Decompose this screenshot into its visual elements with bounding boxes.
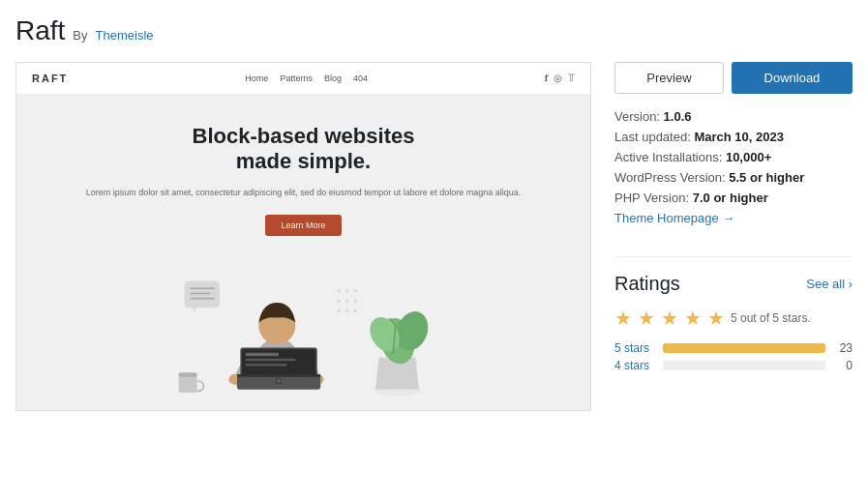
svg-point-10 [345, 300, 348, 303]
rating-bar-row-5: 5 stars 23 [614, 341, 853, 355]
version-row: Version: 1.0.6 [614, 109, 853, 124]
mini-nav-links: Home Patterns Blog 404 [245, 73, 368, 83]
page-header: Raft By Themeisle [15, 15, 853, 46]
svg-rect-23 [179, 373, 197, 377]
star-5: ★ [707, 307, 725, 330]
ratings-divider [614, 256, 853, 257]
hero-body-text: Lorem ipsum dolor sit amet, consectetur … [75, 187, 532, 200]
svg-point-9 [337, 300, 340, 303]
version-label: Version: [614, 109, 660, 124]
author-link[interactable]: Themeisle [96, 28, 154, 43]
right-panel: Preview Download Version: 1.0.6 Last upd… [614, 62, 853, 411]
mini-nav-logo: RAFT [32, 73, 68, 84]
mini-nav-link-404: 404 [353, 73, 368, 83]
hero-learn-more-button[interactable]: Learn More [265, 215, 341, 236]
by-label: By [73, 28, 87, 43]
php-version-label: PHP Version: [614, 191, 689, 205]
rating-4-stars-track [663, 361, 825, 370]
preview-button[interactable]: Preview [614, 62, 724, 94]
rating-4-stars-count: 0 [833, 359, 853, 372]
version-value: 1.0.6 [664, 109, 692, 124]
rating-bars: 5 stars 23 4 stars 0 [614, 341, 853, 372]
wp-version-row: WordPress Version: 5.5 or higher [614, 170, 853, 185]
star-1: ★ [614, 307, 632, 330]
active-installs-label: Active Installations: [614, 150, 722, 164]
ratings-section: Ratings See all › ★ ★ ★ ★ ★ 5 out of 5 s… [614, 273, 853, 372]
mini-nav: RAFT Home Patterns Blog 404 𝐟 ◎ 𝕋 [16, 63, 590, 95]
last-updated-row: Last updated: March 10, 2023 [614, 130, 853, 144]
star-4: ★ [684, 307, 702, 330]
instagram-icon: ◎ [554, 73, 562, 84]
theme-title: Raft [15, 15, 65, 46]
svg-point-12 [337, 309, 340, 312]
svg-rect-33 [237, 374, 320, 377]
mini-nav-link-home: Home [245, 73, 268, 83]
twitter-icon: 𝕋 [568, 73, 575, 84]
active-installs-row: Active Installations: 10,000+ [614, 150, 853, 164]
php-version-value: 7.0 or higher [693, 191, 768, 205]
meta-info: Version: 1.0.6 Last updated: March 10, 2… [614, 109, 853, 225]
main-content: RAFT Home Patterns Blog 404 𝐟 ◎ 𝕋 Block-… [15, 62, 853, 411]
svg-rect-30 [246, 353, 279, 356]
hero-heading-line1: Block-based websites [193, 124, 415, 148]
svg-point-14 [354, 309, 357, 312]
wp-version-value: 5.5 or higher [729, 170, 804, 185]
illustration-area [16, 255, 590, 410]
rating-5-stars-fill [663, 343, 825, 353]
preview-inner: RAFT Home Patterns Blog 404 𝐟 ◎ 𝕋 Block-… [16, 63, 590, 410]
svg-rect-31 [246, 359, 296, 362]
theme-illustration [55, 255, 552, 410]
facebook-icon: 𝐟 [545, 73, 548, 84]
theme-preview-area: RAFT Home Patterns Blog 404 𝐟 ◎ 𝕋 Block-… [15, 62, 591, 411]
svg-point-11 [354, 300, 357, 303]
svg-point-8 [354, 289, 357, 292]
wp-version-label: WordPress Version: [614, 170, 726, 185]
svg-rect-32 [246, 364, 287, 367]
hero-section: Block-based websites made simple. Lorem … [16, 95, 590, 255]
hero-heading-line2: made simple. [236, 149, 371, 173]
stars-label: 5 out of 5 stars. [731, 311, 811, 325]
rating-5-stars-count: 23 [833, 341, 853, 355]
mini-nav-icons: 𝐟 ◎ 𝕋 [545, 73, 575, 84]
ratings-title: Ratings [614, 273, 680, 295]
active-installs-value: 10,000+ [726, 150, 771, 164]
see-all-link[interactable]: See all › [806, 277, 853, 291]
mini-nav-link-blog: Blog [324, 73, 342, 83]
mini-nav-link-patterns: Patterns [280, 73, 313, 83]
star-2: ★ [638, 307, 655, 330]
svg-point-13 [345, 309, 348, 312]
stars-row: ★ ★ ★ ★ ★ 5 out of 5 stars. [614, 307, 853, 330]
svg-point-7 [345, 289, 348, 292]
svg-point-6 [337, 289, 340, 292]
rating-bar-row-4: 4 stars 0 [614, 359, 853, 372]
last-updated-value: March 10, 2023 [694, 130, 784, 144]
star-3: ★ [661, 307, 678, 330]
rating-5-stars-label[interactable]: 5 stars [614, 341, 655, 355]
last-updated-label: Last updated: [614, 130, 691, 144]
ratings-header: Ratings See all › [614, 273, 853, 295]
action-buttons: Preview Download [614, 62, 853, 94]
svg-point-35 [277, 380, 280, 383]
rating-4-stars-label[interactable]: 4 stars [614, 359, 655, 372]
theme-homepage-link[interactable]: Theme Homepage → [614, 211, 853, 225]
hero-heading: Block-based websites made simple. [75, 124, 532, 175]
download-button[interactable]: Download [732, 62, 853, 94]
rating-5-stars-track [663, 343, 825, 353]
php-version-row: PHP Version: 7.0 or higher [614, 191, 853, 205]
